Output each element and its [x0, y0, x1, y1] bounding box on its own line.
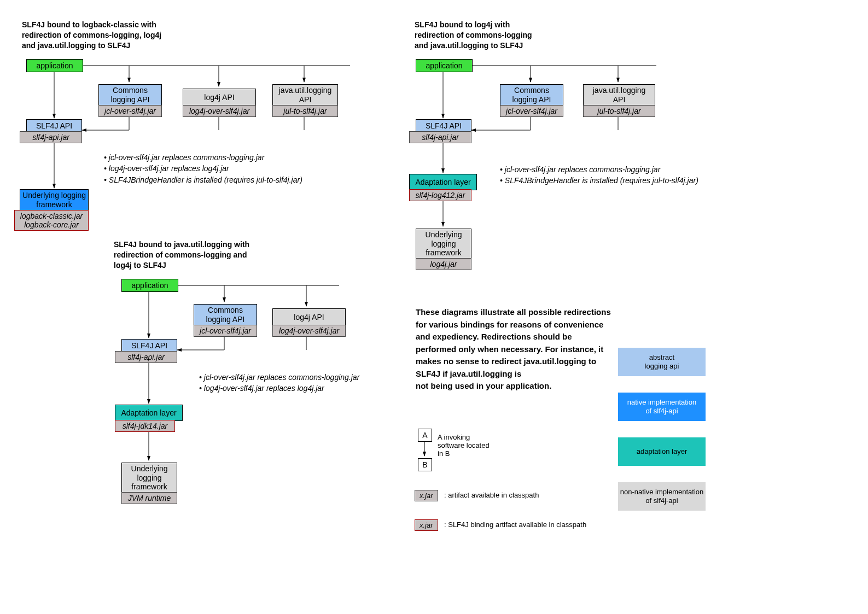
legend-adaptation: adaptation layer: [618, 437, 706, 466]
d3-jul-api: java.util.logging API: [583, 84, 655, 106]
d1-bullet-2: log4j-over-slf4j.jar replaces log4j.jar: [104, 163, 302, 174]
d2-application: application: [121, 279, 178, 292]
d2-slf4j-api-jar: slf4j-api.jar: [115, 351, 177, 363]
d3-bullet-1: jcl-over-slf4j.jar replaces commons-logg…: [500, 164, 698, 175]
note-text: These diagrams illustrate all possible r…: [416, 306, 613, 393]
d1-application: application: [26, 59, 83, 72]
d2-commons-api: Commons logging API: [194, 304, 257, 326]
legend-bindjar-text: : SLF4J binding artifact available in cl…: [444, 521, 586, 529]
legend-bindjar: x.jar: [415, 519, 438, 531]
d2-underlying-jar: JVM runtime: [121, 492, 177, 504]
d1-underlying: Underlying logging framework: [20, 189, 89, 211]
d3-adaptation: Adaptation layer: [409, 174, 477, 190]
d3-underlying: Underlying logging framework: [416, 229, 471, 259]
d3-jul-jar: jul-to-slf4j.jar: [583, 105, 655, 117]
legend-a-box: A: [418, 429, 432, 442]
legend-native-impl: native implementation of slf4j-api: [618, 393, 706, 421]
legend-nonnative-impl: non-native implementation of slf4j-api: [618, 482, 706, 511]
legend-xjar: x.jar: [415, 490, 438, 501]
legend-ab-text: A invoking software located in B: [438, 433, 490, 458]
d2-log4j-jar: log4j-over-slf4j.jar: [272, 325, 346, 337]
d1-bullet-1: jcl-over-slf4j.jar replaces commons-logg…: [104, 152, 302, 163]
d3-slf4j-api-jar: slf4j-api.jar: [409, 131, 471, 143]
d3-adaptation-jar: slf4j-log412.jar: [409, 189, 471, 201]
d3-slf4j-api: SLF4J API: [416, 119, 471, 132]
page-root: { "d1": { "title": "SLF4J bound to logba…: [0, 0, 868, 614]
d3-commons-jar: jcl-over-slf4j.jar: [500, 105, 563, 117]
d3-bullet-2: SLF4JBrindgeHandler is installed (requir…: [500, 175, 698, 186]
d2-adaptation-jar: slf4j-jdk14.jar: [115, 420, 175, 432]
d1-jul-jar: jul-to-slf4j.jar: [272, 105, 338, 117]
legend-abstract-api: abstract logging api: [618, 348, 706, 376]
d2-bullet-2: log4j-over-slf4j.jar replaces log4j.jar: [199, 383, 359, 394]
d3-bullets: jcl-over-slf4j.jar replaces commons-logg…: [500, 164, 698, 186]
d2-bullet-1: jcl-over-slf4j.jar replaces commons-logg…: [199, 372, 359, 383]
d1-bullet-3: SLF4JBrindgeHandler is installed (requir…: [104, 174, 302, 185]
d2-slf4j-api: SLF4J API: [121, 339, 177, 352]
d1-log4j-api: log4j API: [183, 89, 256, 106]
d2-commons-jar: jcl-over-slf4j.jar: [194, 325, 257, 337]
d3-application: application: [416, 59, 473, 72]
d1-slf4j-api: SLF4J API: [26, 119, 82, 132]
legend-xjar-text: : artifact available in classpath: [444, 491, 539, 499]
d1-title: SLF4J bound to logback-classic with redi…: [22, 20, 219, 51]
d1-commons-api: Commons logging API: [98, 84, 162, 106]
d2-adaptation: Adaptation layer: [115, 405, 183, 421]
d2-log4j-api: log4j API: [272, 308, 346, 326]
d3-title: SLF4J bound to log4j with redirection of…: [415, 20, 601, 51]
d1-bullets: jcl-over-slf4j.jar replaces commons-logg…: [104, 152, 302, 185]
d2-title: SLF4J bound to java.util.logging with re…: [114, 239, 300, 271]
d1-jul-api: java.util.logging API: [272, 84, 338, 106]
d1-underlying-jar: logback-classic.jar logback-core.jar: [14, 210, 89, 231]
d3-underlying-jar: log4j.jar: [416, 258, 471, 270]
legend-b-box: B: [418, 458, 432, 471]
d3-commons-api: Commons logging API: [500, 84, 563, 106]
d2-bullets: jcl-over-slf4j.jar replaces commons-logg…: [199, 372, 359, 394]
d1-commons-jar: jcl-over-slf4j.jar: [98, 105, 162, 117]
d1-slf4j-api-jar: slf4j-api.jar: [20, 131, 82, 143]
d2-underlying: Underlying logging framework: [121, 463, 177, 493]
d1-log4j-jar: log4j-over-slf4j.jar: [183, 105, 256, 117]
